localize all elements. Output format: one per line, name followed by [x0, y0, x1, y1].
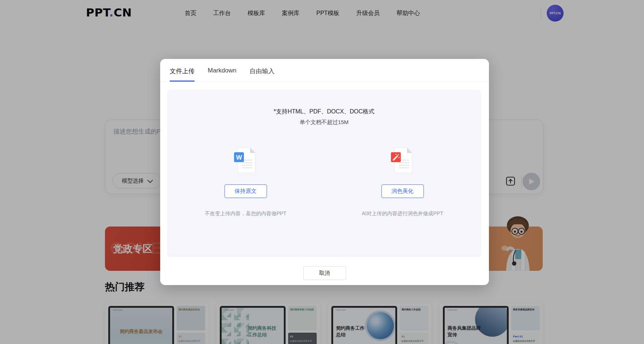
page-root: PPT.CN 首页 工作台 模板库 案例库 PPT模板 升级会员 帮助中心 PP… [0, 0, 644, 344]
upload-dialog: 文件上传 Markdown 自由输入 *支持HTML、PDF、DOCX、DOC格… [160, 59, 489, 285]
cancel-button[interactable]: 取消 [303, 266, 346, 280]
option-keep-original: W 保持原文 不改变上传内容，基您的内容做PPT [187, 146, 304, 217]
keep-original-button[interactable]: 保持原文 [225, 184, 267, 198]
option-polish-beautify: 润色美化 AI对上传的内容进行润色并做成PPT [344, 146, 461, 217]
supported-formats-note: *支持HTML、PDF、DOCX、DOC格式 [167, 108, 481, 116]
magic-document-icon [391, 146, 414, 174]
keep-original-caption: 不改变上传内容，基您的内容做PPT [205, 210, 286, 217]
dialog-tabbar: 文件上传 Markdown 自由输入 [160, 59, 489, 82]
word-badge-letter: W [236, 154, 242, 161]
polish-beautify-caption: AI对上传的内容进行润色并做成PPT [362, 210, 443, 217]
tab-markdown[interactable]: Markdown [208, 67, 236, 82]
polish-beautify-button[interactable]: 润色美化 [381, 184, 424, 198]
upload-options: W 保持原文 不改变上传内容，基您的内容做PPT [167, 146, 481, 217]
file-size-note: 单个文档不超过15M [167, 119, 481, 126]
tab-file-upload[interactable]: 文件上传 [170, 67, 195, 82]
upload-dropzone[interactable]: *支持HTML、PDF、DOCX、DOC格式 单个文档不超过15M W 保持原文 [167, 90, 481, 257]
tab-free-input[interactable]: 自由输入 [249, 67, 274, 82]
word-document-icon: W [234, 146, 257, 174]
